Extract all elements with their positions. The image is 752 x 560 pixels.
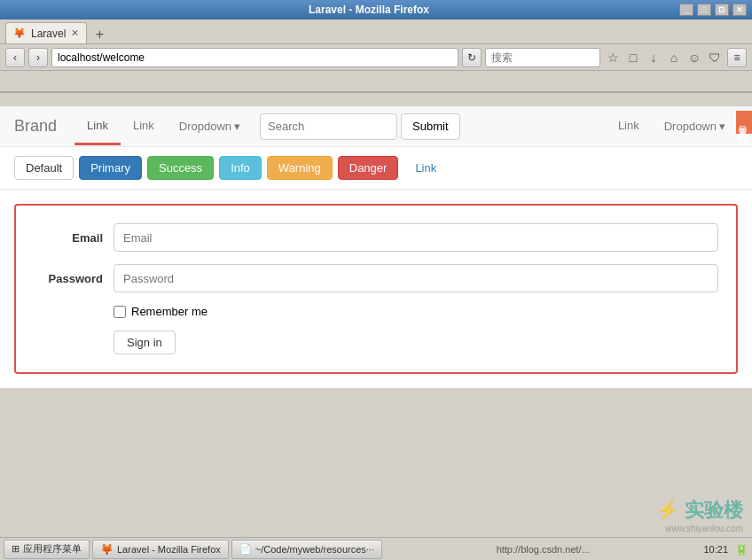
restore-button[interactable]: ⊡ [715, 4, 729, 16]
navbar-right: Link Dropdown ▾ [606, 108, 738, 145]
bookmarkbar [0, 71, 752, 92]
navbar-right-dropdown[interactable]: Dropdown ▾ [652, 109, 738, 144]
taskbar-item-firefox[interactable]: 🦊 Laravel - Mozilla Firefox [92, 540, 229, 559]
btn-success[interactable]: Success [147, 156, 214, 180]
email-label: Email [34, 231, 114, 245]
toolbar-icons: ☆ □ ↓ ⌂ ☺ 🛡 [604, 49, 724, 66]
button-bar: Default Primary Success Info Warning Dan… [0, 147, 752, 190]
btn-danger[interactable]: Danger [338, 156, 399, 180]
close-button[interactable]: ✕ [732, 4, 747, 16]
navbar: Brand Link Link Dropdown ▾ Submit Link D… [0, 106, 752, 147]
navbar-link-1[interactable]: Link [74, 108, 121, 145]
chevron-down-icon: ▾ [234, 120, 240, 133]
taskbar-item-apps[interactable]: ⊞ 应用程序菜单 [4, 540, 90, 559]
signin-button[interactable]: Sign in [114, 331, 176, 354]
chevron-down-icon-right: ▾ [719, 120, 725, 133]
browser-content: Brand Link Link Dropdown ▾ Submit Link D… [0, 106, 752, 388]
navbar-search-input[interactable] [260, 113, 397, 140]
navbar-link-2[interactable]: Link [121, 108, 167, 145]
browser-tab[interactable]: 🦊 Laravel ✕ [5, 22, 87, 43]
back-button[interactable]: ‹ [5, 48, 25, 67]
maximize-button[interactable]: □ [697, 4, 711, 16]
bookmark-icon[interactable]: □ [624, 49, 642, 66]
code-icon: 📄 [239, 543, 252, 555]
new-tab-button[interactable]: + [90, 26, 108, 43]
titlebar-title: Laravel - Mozilla Firefox [59, 4, 679, 16]
password-input[interactable] [114, 264, 718, 292]
navbar-right-link[interactable]: Link [606, 108, 652, 145]
watermark: ⚡ 实验楼 www.shiyanlou.com [655, 497, 743, 533]
titlebar-controls: _ □ ⊡ ✕ [679, 4, 747, 16]
btn-default[interactable]: Default [14, 156, 74, 180]
remember-group: Remember me [114, 305, 718, 318]
chat-icon[interactable]: ☺ [685, 49, 703, 66]
btn-info[interactable]: Info [219, 156, 262, 180]
download-icon[interactable]: ↓ [645, 49, 662, 66]
signin-group: Sign in [114, 331, 718, 354]
password-label: Password [34, 272, 114, 285]
password-group: Password [34, 264, 718, 292]
btn-link[interactable]: Link [403, 156, 448, 180]
battery-icon: 🔋 [734, 542, 748, 556]
email-input[interactable] [114, 223, 718, 252]
apps-icon: ⊞ [12, 543, 20, 555]
navbar-submit-button[interactable]: Submit [401, 113, 459, 140]
menu-button[interactable]: ≡ [727, 48, 747, 67]
forward-button[interactable]: › [28, 48, 48, 67]
status-url: http://blog.csdn.net/... [385, 544, 701, 555]
watermark-url: www.shiyanlou.com [655, 524, 743, 533]
titlebar: Laravel - Mozilla Firefox _ □ ⊡ ✕ [0, 0, 752, 19]
btn-warning[interactable]: Warning [267, 156, 333, 180]
refresh-button[interactable]: ↻ [462, 48, 482, 67]
side-toolbar[interactable]: 显示工具栏 [736, 111, 752, 134]
address-input[interactable] [51, 48, 458, 67]
shield-icon[interactable]: 🛡 [706, 49, 724, 66]
email-group: Email [34, 223, 718, 252]
tab-icon: 🦊 [13, 27, 26, 39]
firefox-icon: 🦊 [100, 543, 114, 556]
status-bar [0, 92, 752, 106]
navbar-dropdown-1[interactable]: Dropdown ▾ [167, 109, 253, 144]
form-section: Email Password Remember me Sign in [14, 204, 738, 374]
taskbar: ⊞ 应用程序菜单 🦊 Laravel - Mozilla Firefox 📄 ~… [0, 537, 752, 560]
browser-search-input[interactable] [485, 48, 600, 67]
star-icon[interactable]: ☆ [604, 49, 622, 66]
tab-label: Laravel [31, 27, 66, 40]
remember-label: Remember me [131, 305, 208, 318]
tabbar: 🦊 Laravel ✕ + [0, 19, 752, 44]
btn-primary[interactable]: Primary [79, 156, 142, 180]
minimize-button[interactable]: _ [679, 4, 693, 16]
navbar-brand[interactable]: Brand [14, 117, 57, 136]
watermark-text: ⚡ 实验楼 [655, 497, 743, 524]
tab-close-icon[interactable]: ✕ [71, 27, 79, 39]
addressbar: ‹ › ↻ ☆ □ ↓ ⌂ ☺ 🛡 ≡ [0, 44, 752, 71]
remember-checkbox[interactable] [114, 306, 126, 318]
clock: 10:21 [703, 544, 732, 555]
home-icon[interactable]: ⌂ [665, 49, 683, 66]
taskbar-item-code[interactable]: 📄 ~/Code/myweb/resources··· [231, 540, 382, 559]
